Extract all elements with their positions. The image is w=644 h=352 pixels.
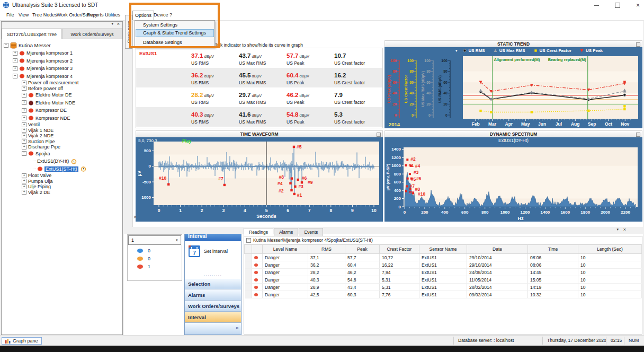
graph-pane-taskbar-button[interactable]: Graph pane	[2, 337, 42, 345]
reading-indicator[interactable]: 7.9US Crest factor	[334, 90, 382, 105]
expand-icon[interactable]: +	[22, 139, 26, 144]
tree-item-power-off-measurement[interactable]: +Power off measurement	[2, 80, 122, 86]
tree-item-mjerenja-kompresor-2[interactable]: +Mjerenja kompresor 2	[2, 57, 122, 65]
column-header-sensor-name[interactable]: Sensor Name	[419, 245, 467, 254]
minimize-icon[interactable]	[594, 5, 599, 6]
legend-item-us-max-rms[interactable]: US Max RMS	[493, 48, 525, 53]
tree-item-elektro-motor-de[interactable]: +Elektro Motor DE	[2, 91, 122, 99]
tree-item-float-valve[interactable]: +Float Valve	[2, 173, 122, 179]
panel-menu-icon[interactable]	[377, 133, 381, 137]
tree-item-vijak-2-de[interactable]: +Vijak 2 DE	[2, 190, 122, 196]
table-row[interactable]: Danger40,354,85,31ExtUS111/05/201415:051…	[245, 276, 642, 284]
dock-close-icon[interactable]: ×	[623, 227, 626, 232]
tree-item-before-power-off[interactable]: +Before power off	[2, 86, 122, 92]
set-interval-label[interactable]: Set interval	[204, 249, 228, 254]
row-selector[interactable]	[245, 269, 252, 276]
expand-icon[interactable]: +	[22, 81, 26, 85]
tree-item-ulje-piping[interactable]: +Ulje Piping	[2, 184, 122, 190]
reading-indicator[interactable]: 41.6 dBµVUS Max RMS	[239, 109, 287, 125]
table-row[interactable]: Danger37,157,710,72ExtUS129/10/201408:06…	[245, 254, 642, 261]
expand-icon[interactable]: +	[22, 190, 26, 195]
expand-icon[interactable]: +	[22, 184, 26, 189]
reading-indicator[interactable]: 57.7 dBµVUS Peak	[287, 50, 334, 66]
expand-icon[interactable]: +	[13, 58, 17, 63]
tree-item-vijak-2-nde[interactable]: +Vijak 2 NDE	[2, 133, 122, 139]
status-dot[interactable]	[137, 257, 143, 261]
tree-item-elektro-motor-nde[interactable]: +Elektro Motor NDE	[2, 99, 122, 107]
tab-sdt270-lubexpert-tree[interactable]: SDT270/LUBExpert Tree	[2, 29, 62, 39]
menu-option-database-settings[interactable]: Database Settings	[136, 39, 214, 47]
menu-item-file[interactable]: File	[4, 11, 16, 20]
tree-item-suction-pipe[interactable]: +Suction Pipe	[2, 139, 122, 145]
panel-menu-icon[interactable]	[636, 133, 640, 137]
graph-pane-close-icon[interactable]: ×	[133, 214, 137, 220]
table-row[interactable]: Danger28,246,27,94ExtUS124/08/201414:451…	[245, 269, 642, 276]
row-selector[interactable]	[245, 261, 252, 269]
tree-item-pumpa-ulja[interactable]: +Pumpa Ulja	[2, 179, 122, 184]
tree-item-vijak-1-nde[interactable]: +Vijak 1 NDE	[2, 128, 122, 134]
tree-item-kompresor-de[interactable]: +Kompresor DE	[2, 107, 122, 115]
tree-item-spojka[interactable]: −Spojka	[2, 150, 122, 158]
row-selector[interactable]	[245, 291, 252, 298]
accordion-grip[interactable]: ·········	[185, 274, 241, 278]
reading-indicator[interactable]: 10.7US Crest factor	[334, 50, 382, 66]
panel-menu-icon[interactable]	[636, 42, 640, 47]
close-icon[interactable]: ×	[636, 0, 640, 11]
status-dot[interactable]	[137, 249, 143, 253]
row-selector[interactable]	[245, 254, 252, 261]
dock-caret-icon[interactable]: ▾	[616, 227, 619, 232]
menu-option-system-settings[interactable]: System Settings	[136, 21, 214, 29]
restore-icon[interactable]	[615, 3, 620, 8]
tree-item-kompresor-nde[interactable]: +Kompresor NDE	[2, 115, 122, 122]
column-header-crest-factor[interactable]: Crest Factor	[380, 245, 419, 254]
tab-alarms[interactable]: Alarms	[274, 228, 298, 236]
tree-item-extus1-st-ht[interactable]: ExtUS1(ST-Ht)	[2, 165, 122, 173]
column-header-rms[interactable]: RMS	[308, 245, 345, 254]
tree-item-kutina-messer[interactable]: −Kutina Messer	[2, 41, 122, 49]
tree-item-mjerenja-kompresor-3[interactable]: +Mjerenja kompresor 3	[2, 65, 122, 73]
column-header-item[interactable]	[245, 245, 252, 254]
collapse-chevrons-icon[interactable]: «	[174, 239, 179, 241]
column-header-peak[interactable]: Peak	[345, 245, 380, 254]
tree-item-extus1-dy-ht[interactable]: ExtUS1(DY-Ht)	[2, 157, 122, 165]
tree-item-mjerenja-kompresor-4[interactable]: −Mjerenja kompresor 4	[2, 73, 122, 81]
reading-indicator[interactable]: 40.3 dBµVUS RMS	[191, 109, 239, 125]
section-work-orders-surveys[interactable]: Work Orders/Surveys	[185, 301, 241, 312]
expand-icon[interactable]: +	[22, 93, 26, 98]
expand-icon[interactable]: +	[13, 51, 17, 56]
reading-indicator[interactable]: 37.1 dBµVUS RMS	[191, 50, 239, 66]
reading-indicator[interactable]: 43.7 dBµVUS Max RMS	[239, 50, 287, 66]
row-selector[interactable]	[245, 276, 252, 284]
menu-item-utilities[interactable]: Utilities	[103, 11, 122, 20]
expand-icon[interactable]: +	[22, 122, 26, 127]
reading-indicator[interactable]: 46.2 dBµVUS Peak	[287, 90, 334, 105]
tree-item-mjerenja-kompresor-1[interactable]: +Mjerenja kompresor 1	[2, 49, 122, 57]
table-row[interactable]: Danger36,260,416,22ExtUS129/10/201408:06…	[245, 261, 642, 269]
expand-icon[interactable]: +	[22, 173, 26, 178]
tab-work-orders-surveys[interactable]: Work Orders/Surveys	[62, 29, 122, 39]
column-header-level-name[interactable]: Level Name	[263, 245, 308, 254]
reading-indicator[interactable]: 54.8 dBµVUS Peak	[287, 109, 334, 125]
expand-icon[interactable]: +	[22, 108, 26, 113]
legend-item-us-crest-factor[interactable]: US Crest Factor	[533, 48, 571, 53]
reading-indicator[interactable]: 36.2 dBµVUS RMS	[191, 70, 239, 85]
status-dot[interactable]	[137, 265, 143, 269]
play-button[interactable]: Play	[182, 138, 192, 144]
group-collapse-icon[interactable]: −	[246, 238, 251, 243]
row-selector[interactable]	[245, 284, 252, 291]
legend-item-us-rms[interactable]: US RMS	[462, 48, 485, 53]
collapse-icon[interactable]: −	[22, 151, 26, 156]
column-header-time[interactable]: Time	[528, 245, 578, 254]
reading-indicator[interactable]: 29.7 dBµVUS Max RMS	[239, 90, 287, 105]
expand-icon[interactable]: +	[22, 128, 26, 133]
reading-indicator[interactable]: 5.3US Crest factor	[334, 109, 382, 125]
tab-readings[interactable]: Readings	[244, 228, 273, 236]
section-selection[interactable]: Selection	[185, 278, 241, 289]
legend-caret-icon[interactable]: ▾	[455, 49, 458, 53]
menu-item-item[interactable]: ?	[167, 11, 174, 20]
table-row[interactable]: Danger42,560,37,76ExtUS109/02/201410:321…	[245, 291, 642, 298]
menu-option-graph-static-trend-settings[interactable]: Graph & Static Trend Settings	[136, 29, 214, 37]
expand-icon[interactable]: +	[22, 179, 26, 183]
collapse-icon[interactable]: −	[13, 74, 17, 78]
reading-indicator[interactable]: 28.2 dBµVUS RMS	[191, 90, 239, 105]
